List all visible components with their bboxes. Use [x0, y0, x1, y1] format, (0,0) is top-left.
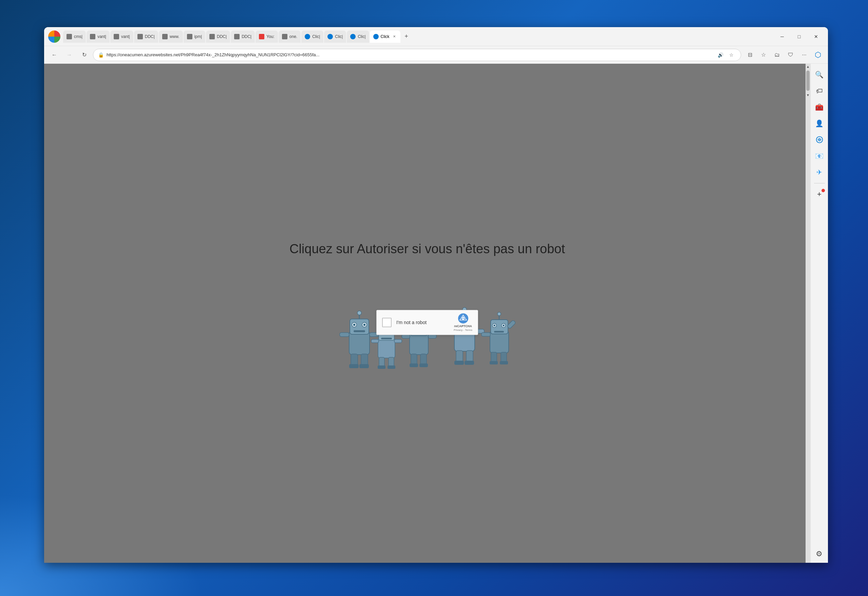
sidebar-add-badge: [822, 189, 825, 192]
collections-button[interactable]: 🗂: [771, 49, 783, 61]
sidebar-search-button[interactable]: 🔍: [813, 68, 826, 81]
tab-www[interactable]: www.: [159, 31, 183, 43]
tab-click4-active[interactable]: Click ✕: [370, 31, 401, 43]
sidebar-outlook-button[interactable]: 📧: [813, 149, 826, 163]
tab-label-www: www.: [170, 34, 179, 39]
scroll-up-button[interactable]: ▲: [806, 64, 810, 69]
tab-favicon-one: [282, 34, 287, 39]
tab-label-ddc2: DDC|: [217, 34, 227, 39]
close-button[interactable]: ✕: [808, 31, 824, 42]
tab-label-click3: Clic|: [358, 34, 365, 39]
minimize-button[interactable]: ─: [774, 31, 790, 42]
browser-essentials-button[interactable]: 🛡: [785, 49, 797, 61]
tab-label-click2: Clic|: [335, 34, 343, 39]
tab-label-cms: cms|: [74, 34, 83, 39]
copilot-icon: [816, 136, 823, 143]
svg-rect-42: [420, 354, 427, 365]
url-text: https://oneacumen.azurewebsites.net/Ph9P…: [106, 52, 713, 57]
svg-rect-25: [394, 339, 402, 343]
tab-favicon-click3: [350, 34, 356, 39]
svg-rect-15: [378, 338, 395, 358]
more-tools-button[interactable]: ···: [798, 49, 810, 61]
page-heading: Cliquez sur Autoriser si vous n'êtes pas…: [290, 242, 565, 256]
sidebar-tools-button[interactable]: 🧰: [813, 100, 826, 114]
sidebar-settings-button[interactable]: ⚙: [810, 545, 828, 563]
read-aloud-button[interactable]: 🔊: [716, 50, 725, 60]
svg-rect-13: [349, 364, 359, 368]
tab-label-ddc1: DDC|: [145, 34, 155, 39]
favorites-bar-button[interactable]: ☆: [757, 49, 770, 61]
sidebar-add-button[interactable]: +: [813, 187, 826, 201]
tab-ddc1[interactable]: DDC|: [134, 31, 158, 43]
browser-body: Cliquez sur Autoriser si vous n'êtes pas…: [44, 64, 828, 563]
tab-click3[interactable]: Clic|: [347, 31, 369, 43]
svg-rect-29: [387, 366, 395, 369]
lock-icon: 🔒: [98, 52, 104, 58]
browser-window: cms| vant| vant| DDC|: [44, 27, 828, 563]
outlook-icon: 📧: [815, 152, 824, 160]
svg-rect-72: [501, 352, 507, 362]
robot-illustration-container: I'm not a robot reCAPTCHA: [329, 270, 526, 385]
sidebar-person-button[interactable]: 👤: [813, 117, 826, 130]
tab-one[interactable]: one.: [279, 31, 301, 43]
profile-icon[interactable]: [48, 31, 61, 43]
tab-youtube[interactable]: You:: [256, 31, 278, 43]
split-view-button[interactable]: ⊟: [744, 49, 756, 61]
recaptcha-widget: I'm not a robot reCAPTCHA: [376, 310, 478, 335]
sidebar-collections-button[interactable]: 🏷: [813, 84, 826, 97]
tab-favicon-vant2: [114, 34, 119, 39]
tab-label-one: one.: [290, 34, 297, 39]
svg-point-4: [353, 324, 355, 326]
recaptcha-label: I'm not a robot: [396, 320, 449, 325]
tab-ipm[interactable]: ipm|: [183, 31, 205, 43]
svg-point-7: [357, 311, 361, 315]
tab-ddc2[interactable]: DDC|: [206, 31, 230, 43]
settings-gear-icon: ⚙: [816, 550, 822, 558]
refresh-button[interactable]: ↻: [78, 49, 90, 61]
copilot-button[interactable]: ⬡: [812, 49, 824, 61]
tab-label-click4: Click: [381, 34, 390, 39]
tab-click1[interactable]: Clic|: [301, 31, 323, 43]
forward-button[interactable]: →: [63, 49, 75, 61]
tab-close-button[interactable]: ✕: [392, 34, 397, 39]
desktop: cms| vant| vant| DDC|: [0, 0, 868, 596]
svg-rect-74: [500, 361, 508, 364]
svg-rect-59: [464, 361, 474, 365]
address-actions: 🔊 ☆: [716, 50, 736, 60]
maximize-button[interactable]: □: [791, 31, 807, 42]
favorites-button[interactable]: ☆: [726, 50, 736, 60]
recaptcha-privacy-link[interactable]: Privacy: [454, 329, 463, 332]
tab-favicon-ddc3: [234, 34, 240, 39]
svg-rect-57: [466, 351, 473, 362]
tab-cms[interactable]: cms|: [63, 31, 86, 43]
tab-vant2[interactable]: vant|: [110, 31, 133, 43]
tab-favicon-ddc1: [138, 34, 143, 39]
sidebar-telegram-button[interactable]: ✈: [813, 165, 826, 179]
tab-bar: cms| vant| vant| DDC|: [63, 31, 769, 43]
collections-icon: 🏷: [816, 87, 823, 95]
sidebar-copilot-button[interactable]: [813, 133, 826, 146]
svg-point-65: [503, 325, 504, 326]
page-scrollbar: ▲ ▼: [806, 64, 810, 563]
svg-point-64: [494, 325, 495, 326]
tab-label-ipm: ipm|: [194, 34, 202, 39]
search-icon: 🔍: [815, 71, 824, 79]
tab-favicon-vant1: [90, 34, 95, 39]
svg-rect-73: [489, 361, 498, 364]
recaptcha-checkbox[interactable]: [382, 318, 392, 327]
tab-favicon-ddc2: [209, 34, 215, 39]
telegram-icon: ✈: [816, 168, 822, 176]
recaptcha-terms-link[interactable]: Terms: [465, 329, 472, 332]
svg-rect-28: [378, 366, 386, 369]
tab-vant1[interactable]: vant|: [87, 31, 109, 43]
tab-ddc3[interactable]: DDC|: [231, 31, 255, 43]
new-tab-button[interactable]: +: [401, 31, 412, 42]
back-button[interactable]: ←: [48, 49, 61, 61]
address-bar[interactable]: 🔒 https://oneacumen.azurewebsites.net/Ph…: [93, 49, 741, 61]
tab-click2[interactable]: Clic|: [324, 31, 346, 43]
scroll-down-button[interactable]: ▼: [806, 92, 810, 97]
svg-rect-26: [379, 357, 384, 367]
scroll-thumb[interactable]: [806, 71, 810, 91]
svg-rect-11: [351, 354, 358, 366]
svg-rect-58: [454, 361, 464, 365]
